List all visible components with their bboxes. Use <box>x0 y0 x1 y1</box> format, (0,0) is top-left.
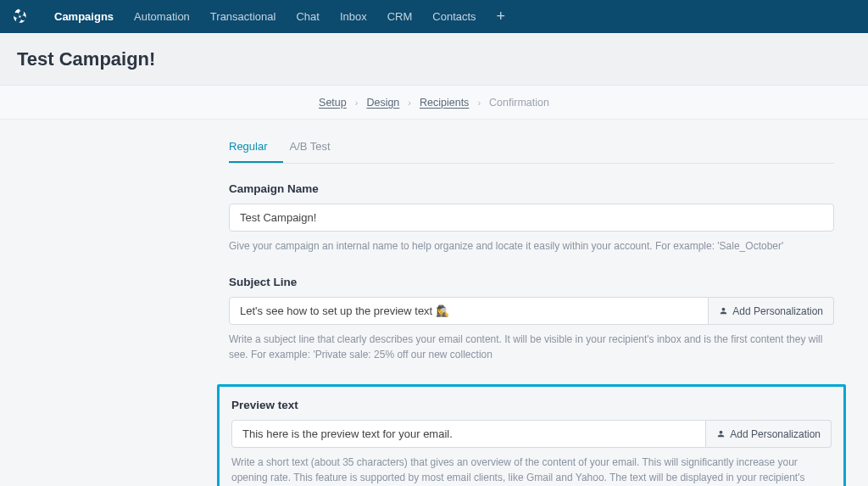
chevron-right-icon: › <box>477 98 481 108</box>
subject-line-help: Write a subject line that clearly descri… <box>229 332 834 362</box>
preview-text-group: Preview text Add Personalization Write a… <box>231 399 832 486</box>
preview-personalize-button[interactable]: Add Personalization <box>706 420 832 448</box>
step-design[interactable]: Design <box>366 97 399 109</box>
preview-text-input[interactable] <box>231 420 706 448</box>
campaign-name-label: Campaign Name <box>229 182 834 195</box>
nav-campaigns[interactable]: Campaigns <box>44 0 124 33</box>
subject-line-input[interactable] <box>229 297 709 325</box>
step-setup[interactable]: Setup <box>319 97 347 109</box>
subject-line-group: Subject Line Add Personalization Write a… <box>229 276 834 362</box>
nav-automation[interactable]: Automation <box>124 0 200 33</box>
top-nav: Campaigns Automation Transactional Chat … <box>0 0 868 33</box>
tabs: Regular A/B Test <box>229 131 834 164</box>
preview-text-label: Preview text <box>231 399 832 411</box>
personalize-label: Add Personalization <box>732 305 823 317</box>
preview-text-highlight: Preview text Add Personalization Write a… <box>217 384 846 486</box>
preview-text-help: Write a short text (about 35 characters)… <box>231 455 832 486</box>
campaign-name-help: Give your campaign an internal name to h… <box>229 238 834 254</box>
subject-personalize-button[interactable]: Add Personalization <box>709 297 834 325</box>
subject-line-label: Subject Line <box>229 276 834 288</box>
subheader: Test Campaign! <box>0 33 868 86</box>
step-recipients[interactable]: Recipients <box>420 97 469 109</box>
chevron-right-icon: › <box>355 98 359 108</box>
campaign-name-input[interactable] <box>229 204 834 232</box>
tab-ab-test[interactable]: A/B Test <box>290 131 346 163</box>
nav-transactional[interactable]: Transactional <box>200 0 287 33</box>
nav-chat[interactable]: Chat <box>286 0 329 33</box>
content: Regular A/B Test Campaign Name Give your… <box>0 120 851 486</box>
personalize-label: Add Personalization <box>730 428 821 440</box>
tab-regular[interactable]: Regular <box>229 131 283 163</box>
campaign-name-group: Campaign Name Give your campaign an inte… <box>229 182 834 254</box>
chevron-right-icon: › <box>408 98 411 108</box>
user-icon <box>716 429 726 439</box>
user-icon <box>719 306 728 316</box>
nav-add-icon[interactable]: + <box>487 8 516 25</box>
nav-crm[interactable]: CRM <box>377 0 423 33</box>
page-title: Test Campaign! <box>17 48 851 70</box>
steps-bar: Setup › Design › Recipients › Confirmati… <box>0 86 868 120</box>
step-confirmation: Confirmation <box>489 97 549 109</box>
nav-contacts[interactable]: Contacts <box>422 0 486 33</box>
nav-inbox[interactable]: Inbox <box>330 0 377 33</box>
logo-icon[interactable] <box>10 8 29 26</box>
